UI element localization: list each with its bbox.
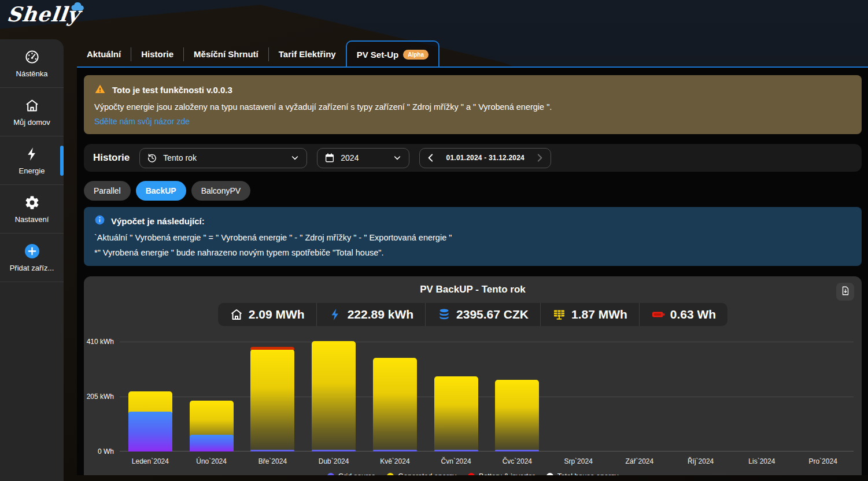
legend-item[interactable]: Battery & invertor (468, 472, 535, 475)
year-select[interactable]: 2024 (317, 148, 409, 168)
y-axis-tick: 205 kWh (87, 393, 114, 401)
tab-aktualni[interactable]: Aktuální (77, 40, 131, 68)
tab-tarif-elektriny[interactable]: Tarif Elektřiny (269, 40, 346, 68)
bar-group (732, 342, 793, 452)
sidebar-item-label: Přidat zaříz... (10, 264, 54, 272)
info-line-1: `Aktuální " Vyrobená energie " = " Vyrob… (94, 233, 851, 242)
active-indicator (60, 146, 64, 176)
warning-banner: Toto je test funkčnosti v.0.0.3 Výpočty … (84, 75, 862, 134)
sidebar-item-label: Nastavení (15, 215, 49, 224)
feedback-link[interactable]: Sdělte nám svůj názor zde (94, 117, 190, 126)
sidebar-item-my-home[interactable]: Můj domov (0, 88, 64, 136)
mode-pills: ParallelBackUPBalconyPV (84, 181, 862, 201)
stats-row: 2.09 MWh222.89 kWh2395.67 CZK1.87 MWh0.6… (218, 303, 727, 326)
logo-text: Shelly (6, 2, 81, 26)
sidebar-item-energy[interactable]: Energie (0, 136, 64, 185)
bar-group (426, 342, 487, 452)
solar-panel-icon (552, 308, 566, 321)
grid-source-bar[interactable] (250, 450, 294, 452)
chart-legend: Grid sourceGenerated energyBattery & inv… (84, 472, 862, 475)
info-line-2: *" Vyrobená energie " bude nahrazeno nov… (94, 248, 851, 257)
generated-energy-bar[interactable] (373, 358, 417, 452)
tab-pv-setup[interactable]: PV Set-UpAlpha (346, 40, 439, 68)
house-icon (230, 308, 243, 321)
stat-battery-invertor: 0.63 Wh (640, 303, 727, 326)
bar-group (609, 342, 670, 452)
grid-source-bar[interactable] (128, 412, 172, 452)
legend-dot (546, 473, 553, 475)
tab-mesicni-shrnuti[interactable]: Měsíční Shrnutí (184, 40, 268, 68)
export-button[interactable] (836, 283, 854, 301)
mode-pill-backup[interactable]: BackUP (136, 181, 186, 201)
legend-label: Generated energy (398, 472, 456, 475)
tab-historie[interactable]: Historie (131, 40, 183, 68)
y-axis-tick: 410 kWh (87, 338, 114, 346)
year-value: 2024 (341, 153, 387, 162)
sidebar-item-dashboard[interactable]: Nástěnka (0, 39, 64, 88)
chart-card: PV BackUP - Tento rok 2.09 MWh222.89 kWh… (84, 276, 862, 475)
date-range-nav: 01.01.2024 - 31.12.2024 (419, 148, 551, 168)
x-axis-label: Čvc`2024 (487, 457, 548, 465)
warning-title: Toto je test funkčnosti v.0.0.3 (112, 85, 232, 95)
chart-plot: 410 kWh 205 kWh 0 Wh (120, 342, 854, 452)
period-value: Tento rok (163, 153, 285, 162)
grid-source-bar[interactable] (190, 435, 234, 452)
generated-energy-bar[interactable] (434, 376, 478, 452)
grid-source-bar[interactable] (312, 450, 356, 452)
x-axis-label: Bře`2024 (242, 457, 304, 465)
stat-generated: 1.87 MWh (541, 303, 640, 326)
legend-item[interactable]: Total house energy (546, 472, 619, 475)
mode-pill-balconypv[interactable]: BalconyPV (191, 181, 250, 201)
bar-group (242, 342, 304, 452)
gauge-icon (24, 49, 40, 65)
generated-energy-bar[interactable] (250, 349, 294, 452)
grid-source-bar[interactable] (495, 450, 539, 452)
x-axis-label: Úno`2024 (181, 457, 242, 465)
coins-icon (437, 308, 451, 321)
stat-cost: 2395.67 CZK (426, 303, 541, 326)
alpha-badge: Alpha (403, 50, 429, 60)
bar-group (364, 342, 426, 452)
shelly-logo[interactable]: Shelly (7, 2, 80, 26)
sidebar-item-settings[interactable]: Nastavení (0, 185, 64, 234)
x-axis-label: Dub`2024 (303, 457, 364, 465)
bar-group (487, 342, 548, 452)
chevron-right-icon (534, 156, 545, 165)
stat-total-house: 2.09 MWh (218, 303, 317, 326)
content-area: Toto je test funkčnosti v.0.0.3 Výpočty … (77, 68, 868, 475)
sidebar: NástěnkaMůj domovEnergieNastaveníPřidat … (0, 39, 64, 481)
stat-value: 2.09 MWh (249, 308, 305, 321)
prev-range-button[interactable] (426, 153, 436, 163)
chevron-down-icon (393, 153, 402, 162)
next-range-button[interactable] (534, 153, 545, 163)
mode-pill-parallel[interactable]: Parallel (84, 181, 131, 201)
tab-label: Aktuální (87, 49, 121, 59)
sidebar-item-label: Energie (19, 166, 45, 175)
stat-value: 2395.67 CZK (456, 308, 529, 321)
legend-item[interactable]: Grid source (327, 472, 376, 475)
grid-source-bar[interactable] (434, 450, 478, 452)
sidebar-item-add-device[interactable]: Přidat zaříz... (0, 234, 64, 282)
legend-label: Battery & invertor (479, 472, 535, 475)
generated-energy-bar[interactable] (312, 341, 356, 452)
x-axis-label: Srp`2024 (548, 457, 609, 465)
x-axis-label: Kvě`2024 (364, 457, 426, 465)
generated-energy-bar[interactable] (495, 380, 539, 452)
warning-body: Výpočty energie jsou založeny na typu na… (94, 102, 851, 112)
period-select[interactable]: Tento rok (139, 148, 307, 168)
history-icon (147, 153, 157, 163)
chevron-left-icon (426, 156, 436, 165)
sidebar-item-label: Můj domov (13, 118, 50, 127)
x-axis-label: Lis`2024 (732, 457, 793, 465)
gear-icon (24, 195, 40, 210)
x-axis-label: Čvn`2024 (426, 457, 487, 465)
grid-source-bar[interactable] (373, 450, 417, 452)
bar-group (303, 342, 364, 452)
calendar-icon (324, 153, 335, 163)
tab-underline (77, 66, 868, 68)
battery-invertor-bar[interactable] (250, 347, 294, 349)
legend-item[interactable]: Generated energy (387, 472, 456, 475)
legend-label: Total house energy (557, 472, 619, 475)
legend-label: Grid source (338, 472, 376, 475)
plus-icon (24, 243, 40, 259)
